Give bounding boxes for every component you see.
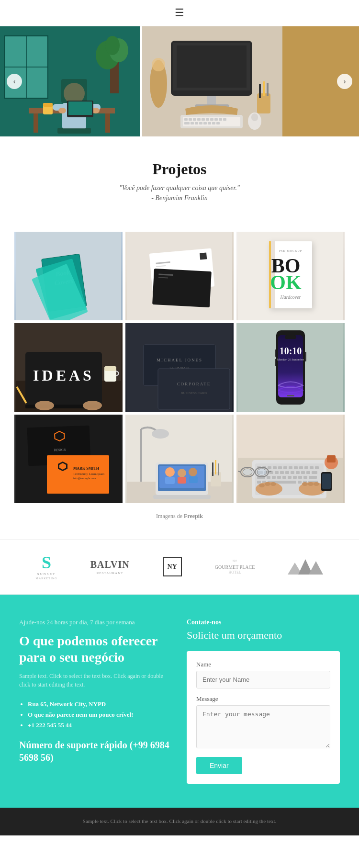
svg-rect-140: [189, 476, 198, 483]
svg-point-131: [152, 429, 169, 439]
slider-prev-button[interactable]: ‹: [7, 74, 22, 89]
svg-point-97: [83, 401, 102, 410]
svg-rect-158: [299, 466, 303, 469]
svg-text:info@example.com: info@example.com: [73, 477, 96, 480]
svg-rect-38: [202, 118, 205, 121]
svg-text:PSD MOCKUP: PSD MOCKUP: [279, 249, 302, 252]
proj-7-scene: DESIGN MARK SMITH 123 Dummy, Lorem Ipsum…: [16, 415, 121, 503]
svg-rect-34: [184, 118, 188, 121]
proj-6-scene: 10:10 Monday, 20 September: [238, 323, 343, 412]
project-item-4[interactable]: IDEAS: [14, 323, 123, 412]
brand-mountain-icon: [288, 559, 323, 575]
projects-quote-line2: - Benjamim Franklin: [14, 193, 345, 203]
svg-rect-50: [212, 122, 215, 124]
contact-list: Rua 65, Network City, NYPD O que não par…: [19, 700, 172, 729]
project-item-1[interactable]: Book Covers: [14, 232, 123, 320]
form-message-label: Message: [196, 695, 330, 703]
form-name-label: Name: [196, 661, 330, 668]
svg-rect-175: [272, 476, 276, 479]
project-item-7[interactable]: DESIGN MARK SMITH 123 Dummy, Lorem Ipsum…: [14, 415, 123, 503]
freepik-link[interactable]: Freepik: [184, 513, 203, 519]
proj-9-scene: [238, 415, 343, 503]
svg-rect-130: [140, 429, 142, 482]
svg-rect-11: [105, 113, 110, 133]
svg-rect-176: [277, 476, 281, 479]
svg-rect-85: [269, 241, 271, 308]
svg-rect-45: [191, 122, 194, 124]
form-message-group: Message: [196, 695, 330, 750]
svg-rect-180: [298, 476, 302, 479]
svg-rect-37: [197, 118, 201, 121]
svg-point-192: [265, 482, 270, 486]
svg-rect-167: [285, 471, 289, 474]
svg-rect-73: [200, 252, 207, 259]
svg-rect-168: [291, 471, 294, 474]
svg-rect-103: [158, 369, 230, 409]
contact-form: Name Message Enviar: [187, 651, 340, 784]
footer-text: Sample text. Click to select the text bo…: [19, 817, 340, 826]
svg-text:10:10: 10:10: [280, 346, 302, 356]
contact-list-item-1: Rua 65, Network City, NYPD: [28, 700, 172, 708]
svg-point-137: [178, 469, 186, 477]
form-name-input[interactable]: [196, 671, 330, 688]
svg-point-193: [270, 482, 276, 486]
svg-rect-161: [315, 466, 319, 469]
project-item-8[interactable]: [125, 415, 234, 503]
contact-right-panel: Contate-nos Solicite um orçamento Name M…: [187, 619, 340, 784]
svg-point-191: [259, 484, 265, 487]
svg-rect-117: [275, 359, 276, 366]
svg-rect-53: [251, 113, 258, 121]
svg-rect-43: [223, 118, 226, 121]
svg-text:MARK SMITH: MARK SMITH: [73, 466, 100, 471]
svg-rect-181: [303, 476, 307, 479]
svg-rect-166: [280, 471, 284, 474]
slide-2: [142, 26, 282, 136]
project-item-2[interactable]: John A. Powell: [125, 232, 234, 320]
brand-balvin-sub: RESTAURANT: [97, 571, 123, 575]
svg-rect-198: [327, 455, 336, 462]
svg-text:123 Dummy, Lorem Ipsum: 123 Dummy, Lorem Ipsum: [73, 473, 105, 475]
svg-rect-23: [43, 103, 53, 107]
menu-icon[interactable]: ☰: [175, 7, 184, 19]
svg-rect-49: [208, 122, 211, 124]
images-source-text: Imagens de Freepik: [0, 503, 359, 539]
project-item-6[interactable]: 10:10 Monday, 20 September: [236, 323, 345, 412]
svg-rect-171: [306, 471, 310, 474]
svg-text:Monday, 20 September: Monday, 20 September: [277, 358, 304, 361]
svg-rect-179: [293, 476, 297, 479]
svg-rect-170: [301, 471, 305, 474]
svg-rect-115: [305, 352, 306, 361]
svg-rect-174: [267, 476, 270, 479]
svg-point-202: [257, 469, 267, 475]
svg-rect-154: [278, 466, 282, 469]
projects-quote-line1: "Você pode fazer qualquer coisa que quis…: [14, 183, 345, 193]
brand-gourmet: 🍽 GOURMET PLACE HOTEL: [215, 559, 255, 575]
brand-balvin: BALVIN RESTAURANT: [90, 559, 130, 575]
svg-point-135: [165, 467, 175, 477]
slider-next-button[interactable]: ›: [337, 74, 352, 89]
form-submit-button[interactable]: Enviar: [196, 757, 242, 774]
svg-rect-21: [68, 101, 92, 115]
brand-gourmet-name: GOURMET PLACE HOTEL: [215, 564, 255, 575]
form-message-textarea[interactable]: [196, 705, 330, 748]
brands-section: S SUNSET MARKETING BALVIN RESTAURANT NY …: [0, 539, 359, 595]
svg-rect-143: [212, 462, 213, 476]
svg-rect-159: [304, 466, 308, 469]
project-item-5[interactable]: MICHAEL JONES CORPORATE CORPORATE BUSINE…: [125, 323, 234, 412]
svg-rect-113: [285, 335, 296, 339]
project-item-9[interactable]: [236, 415, 345, 503]
projects-grid: Book Covers: [14, 232, 345, 503]
svg-rect-169: [296, 471, 300, 474]
proj-1-scene: Book Covers: [16, 232, 121, 320]
contact-help-label: Ajude-nos 24 horas por dia, 7 dias por s…: [19, 619, 172, 626]
proj-8-scene: [127, 415, 232, 503]
footer: Sample text. Click to select the text bo…: [0, 808, 359, 835]
svg-text:DESIGN: DESIGN: [54, 448, 66, 452]
brand-sunset-sub: MARKETING: [36, 577, 57, 580]
project-item-3[interactable]: PSD MOCKUP BO OK Hardcover: [236, 232, 345, 320]
svg-rect-141: [153, 495, 211, 499]
brand-ny: NY: [163, 557, 182, 576]
svg-point-195: [308, 482, 314, 486]
svg-rect-19: [57, 128, 91, 134]
svg-rect-153: [273, 466, 277, 469]
